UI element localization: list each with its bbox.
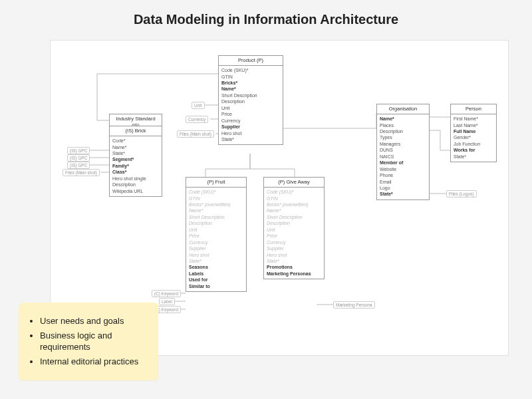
entity-header: (P) Fruit xyxy=(186,178,246,188)
entity-is-brick: (IS) Brick Code* Name* State* Segment* F… xyxy=(109,126,162,197)
entity-attrs: Code (SKU)* GTIN Bricks* (overwritten) N… xyxy=(186,188,246,291)
entity-attrs: Code (SKU)* GTIN Bricks* Name* Short Des… xyxy=(219,66,283,144)
tag-is-gpc: (IS) GPC xyxy=(67,147,90,154)
entity-attrs: Code (SKU)* GTIN Bricks* (overwritten) N… xyxy=(264,188,324,279)
entity-header: (IS) Brick xyxy=(110,126,162,136)
tag-is-gpc: (IS) GPC xyxy=(67,162,90,169)
sticky-note: User needs and goals Business logic and … xyxy=(19,303,158,380)
entity-header: Product (P) xyxy=(219,56,283,66)
tag-c-keyword: (C) Keyword xyxy=(152,290,181,297)
tag-label: Label xyxy=(159,298,175,305)
tag-currency: Currency xyxy=(186,116,208,123)
entity-product: Product (P) Code (SKU)* GTIN Bricks* Nam… xyxy=(218,55,283,145)
entity-attrs: Name* Places Description Types Managers … xyxy=(377,114,429,200)
tag-unit: Unit xyxy=(192,102,205,109)
tag-files-logos: Files (Logos) xyxy=(446,190,477,198)
note-item: User needs and goals xyxy=(40,316,148,327)
tag-files-main-shot: Files (Main shot) xyxy=(63,169,100,176)
note-item: Internal editorial practices xyxy=(40,356,148,367)
tag-files-main-shot: Files (Main shot) xyxy=(177,130,214,138)
entity-header: Organisation xyxy=(377,104,429,114)
entity-person: Person First Name* Last Name* Full Name … xyxy=(450,104,497,162)
note-list: User needs and goals Business logic and … xyxy=(33,316,148,367)
tag-is-gpc: (IS) GPC xyxy=(67,154,90,162)
tag-marketing-persona: Marketing Persona xyxy=(333,301,375,309)
entity-attrs: Code* Name* State* Segment* Family* Clas… xyxy=(110,136,162,196)
entity-p-fruit: (P) Fruit Code (SKU)* GTIN Bricks* (over… xyxy=(186,177,247,292)
entity-p-giveaway: (P) Give Away Code (SKU)* GTIN Bricks* (… xyxy=(263,177,325,279)
entity-header: (P) Give Away xyxy=(264,178,324,188)
entity-organisation: Organisation Name* Places Description Ty… xyxy=(376,104,430,200)
entity-header: Person xyxy=(451,104,496,114)
note-item: Business logic and requirements xyxy=(40,331,148,352)
entity-attrs: First Name* Last Name* Full Name Gender*… xyxy=(451,114,496,162)
page-title: Data Modeling in Information Architectur… xyxy=(0,0,532,35)
